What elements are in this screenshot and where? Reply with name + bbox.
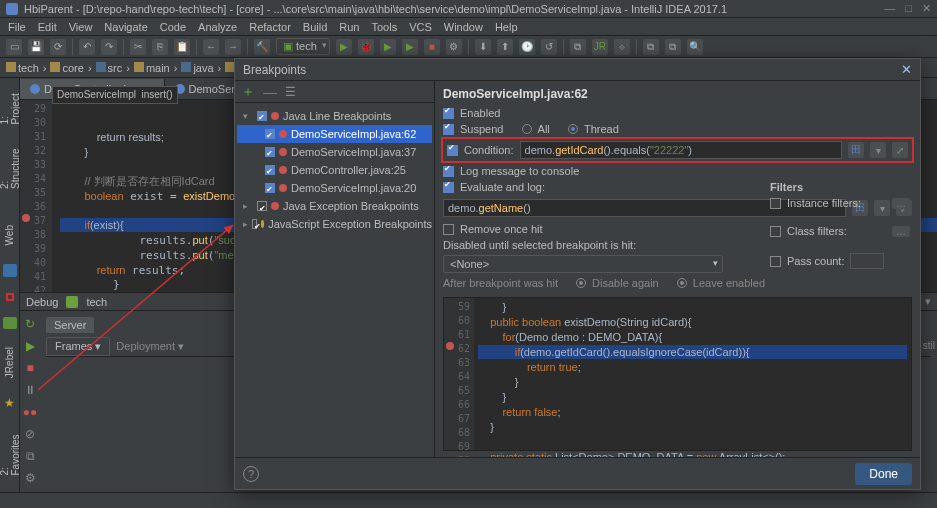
pass-count-checkbox[interactable]: [770, 256, 781, 267]
cut-icon[interactable]: ✂: [130, 39, 146, 55]
condition-input[interactable]: demo.getIdCard().equals("22222"): [520, 141, 842, 159]
suspend-checkbox[interactable]: [443, 124, 454, 135]
maximize-icon[interactable]: □: [905, 2, 912, 15]
add-breakpoint-icon[interactable]: ＋: [241, 83, 255, 101]
tool-structure[interactable]: 2: Structure: [0, 142, 21, 189]
tree-view-icon[interactable]: ☰: [285, 85, 296, 99]
menu-window[interactable]: Window: [444, 21, 483, 33]
view-bp-icon[interactable]: ●●: [23, 405, 37, 419]
stop-icon[interactable]: ■: [424, 39, 440, 55]
pass-count-input[interactable]: [850, 253, 884, 269]
menu-view[interactable]: View: [69, 21, 93, 33]
log-checkbox[interactable]: [443, 166, 454, 177]
misc1-icon[interactable]: ⧉: [643, 39, 659, 55]
fwd-icon[interactable]: →: [225, 39, 241, 55]
jrebel-tool-icon[interactable]: [3, 317, 17, 330]
leave-enabled-radio[interactable]: [677, 278, 687, 288]
misc2-icon[interactable]: ⧉: [665, 39, 681, 55]
frames-deploy-label[interactable]: Deployment ▾: [116, 340, 184, 353]
dialog-title-bar[interactable]: Breakpoints ✕: [235, 59, 920, 81]
back-icon[interactable]: ←: [203, 39, 219, 55]
tool-web[interactable]: Web: [4, 225, 15, 245]
vcs-commit-icon[interactable]: ⬆: [497, 39, 513, 55]
debug-icon[interactable]: 🐞: [358, 39, 374, 55]
tree-group-js-ex[interactable]: ▸JavaScript Exception Breakpoints: [237, 215, 432, 233]
redo-icon[interactable]: ↷: [101, 39, 117, 55]
tree-group-java-ex[interactable]: ▸Java Exception Breakpoints: [237, 197, 432, 215]
tree-group-java-line[interactable]: ▾Java Line Breakpoints: [237, 107, 432, 125]
menu-edit[interactable]: Edit: [38, 21, 57, 33]
tool-project[interactable]: 1: Project: [0, 86, 21, 124]
tree-bp-1[interactable]: DemoServiceImpl.java:62: [237, 125, 432, 143]
tool-favorites[interactable]: 2: Favorites: [0, 428, 21, 476]
remove-checkbox[interactable]: [443, 224, 454, 235]
done-button[interactable]: Done: [855, 463, 912, 485]
crumb-tech[interactable]: tech: [6, 62, 39, 74]
tool-icon[interactable]: ⚙: [446, 39, 462, 55]
class-filters-checkbox[interactable]: [770, 226, 781, 237]
mute-bp-icon[interactable]: ⊘: [23, 427, 37, 441]
menu-tools[interactable]: Tools: [371, 21, 397, 33]
paste-icon[interactable]: 📋: [174, 39, 190, 55]
disabled-until-select[interactable]: <None>: [443, 255, 723, 273]
jrebel2-icon[interactable]: ⟐: [614, 39, 630, 55]
menu-help[interactable]: Help: [495, 21, 518, 33]
menu-run[interactable]: Run: [339, 21, 359, 33]
vcs-update-icon[interactable]: ⬇: [475, 39, 491, 55]
menu-build[interactable]: Build: [303, 21, 327, 33]
menu-file[interactable]: File: [8, 21, 26, 33]
coverage-icon[interactable]: ▶: [380, 39, 396, 55]
undo-icon[interactable]: ↶: [79, 39, 95, 55]
close-icon[interactable]: ✕: [922, 2, 931, 15]
condition-expand-icon[interactable]: ⤢: [892, 142, 908, 158]
condition-history-icon[interactable]: ▾: [870, 142, 886, 158]
search-icon[interactable]: 🔍: [687, 39, 703, 55]
minimize-icon[interactable]: —: [884, 2, 895, 15]
tree-bp-3[interactable]: DemoController.java:25: [237, 161, 432, 179]
menu-vcs[interactable]: VCS: [409, 21, 432, 33]
instance-filters-checkbox[interactable]: [770, 198, 781, 209]
rerun-icon[interactable]: ↻: [23, 317, 37, 331]
run-config-select[interactable]: ▣ tech: [276, 38, 330, 55]
tree-bp-4[interactable]: DemoServiceImpl.java:20: [237, 179, 432, 197]
help-icon[interactable]: ?: [243, 466, 259, 482]
editor-gutter[interactable]: 29 30 31 32 33 34 35 36 37 38 39 40 41 4…: [20, 100, 52, 292]
crumb-java[interactable]: java: [181, 62, 213, 74]
menu-navigate[interactable]: Navigate: [104, 21, 147, 33]
condition-lang-icon[interactable]: 田: [848, 142, 864, 158]
copy-icon[interactable]: ⎘: [152, 39, 168, 55]
favorites-icon[interactable]: ★: [4, 396, 15, 410]
run-icon[interactable]: ▶: [336, 39, 352, 55]
sync-icon[interactable]: ⟳: [50, 39, 66, 55]
menu-analyze[interactable]: Analyze: [198, 21, 237, 33]
vcs-history-icon[interactable]: 🕑: [519, 39, 535, 55]
disable-again-radio[interactable]: [576, 278, 586, 288]
vcs-revert-icon[interactable]: ↺: [541, 39, 557, 55]
jrebel-icon[interactable]: JR: [592, 39, 608, 55]
save-icon[interactable]: 💾: [28, 39, 44, 55]
build-icon[interactable]: 🔨: [254, 39, 270, 55]
layout-icon[interactable]: ⧉: [23, 449, 37, 463]
pause-icon[interactable]: ⏸: [23, 383, 37, 397]
structure-icon[interactable]: ⧉: [570, 39, 586, 55]
menu-refactor[interactable]: Refactor: [249, 21, 291, 33]
open-icon[interactable]: ▭: [6, 39, 22, 55]
suspend-all-radio[interactable]: [522, 124, 532, 134]
crumb-src[interactable]: src: [96, 62, 123, 74]
resume-icon[interactable]: ▶: [23, 339, 37, 353]
frames-dropdown[interactable]: Frames ▾: [46, 337, 110, 356]
remove-breakpoint-icon[interactable]: —: [263, 84, 277, 100]
profile-icon[interactable]: ▶: [402, 39, 418, 55]
suspend-thread-radio[interactable]: [568, 124, 578, 134]
eval-checkbox[interactable]: [443, 182, 454, 193]
web-icon[interactable]: [3, 264, 17, 277]
class-filters-browse[interactable]: …: [892, 226, 910, 237]
crumb-main[interactable]: main: [134, 62, 170, 74]
stop-debug-icon[interactable]: ■: [23, 361, 37, 375]
enabled-checkbox[interactable]: [443, 108, 454, 119]
condition-checkbox[interactable]: [447, 145, 458, 156]
tree-bp-2[interactable]: DemoServiceImpl.java:37: [237, 143, 432, 161]
breakpoint-marker-icon[interactable]: [22, 214, 30, 222]
tab-server[interactable]: Server: [46, 317, 94, 333]
crumb-core[interactable]: core: [50, 62, 83, 74]
